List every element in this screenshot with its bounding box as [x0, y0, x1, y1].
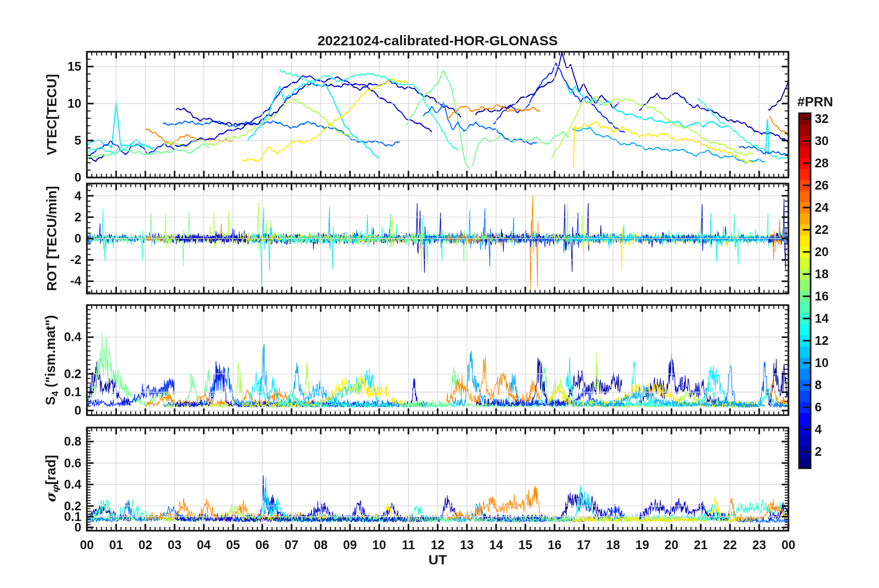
colorbar-tick-label: 28: [815, 156, 852, 171]
colorbar-tick-label: 10: [815, 355, 852, 370]
y-tick-label: 2: [0, 210, 81, 225]
colorbar-tick-label: 2: [815, 444, 852, 459]
x-axis-label: UT: [87, 552, 788, 568]
colorbar-tick-label: 18: [815, 267, 852, 282]
colorbar-tick-label: 16: [815, 289, 852, 304]
y-tick-label: 0.6: [0, 456, 81, 471]
colorbar-tick-label: 22: [815, 222, 852, 237]
y-tick-label: 0: [0, 170, 81, 185]
y-tick-label: 0.4: [0, 330, 81, 344]
y-tick-label: 0: [0, 403, 81, 418]
colorbar-tick-label: 30: [815, 134, 852, 148]
y-tick-label: 0.8: [0, 434, 81, 449]
y-tick-label: -4: [0, 274, 81, 288]
x-tick-label: 00: [769, 538, 808, 552]
y-tick-label: 0.2: [0, 367, 81, 381]
colorbar-tick-label: 24: [815, 200, 852, 215]
y-tick-label: 0: [0, 231, 81, 246]
y-tick-label: 5: [0, 133, 81, 148]
colorbar-tick-label: 8: [815, 378, 852, 392]
y-tick-label: 15: [0, 59, 81, 74]
colorbar-tick-label: 4: [815, 422, 852, 437]
colorbar-title: #PRN: [783, 94, 848, 110]
y-tick-label: -2: [0, 252, 81, 267]
colorbar-tick-label: 14: [815, 311, 852, 326]
y-tick-label: 0.4: [0, 477, 81, 492]
y-tick-label: 0.1: [0, 385, 81, 399]
y-tick-label: 4: [0, 189, 81, 203]
y-tick-label: 0.2: [0, 499, 81, 514]
colorbar-tick-label: 12: [815, 333, 852, 348]
figure: 20221024-calibrated-HOR-GLONASS UT VTEC[…: [0, 0, 879, 588]
colorbar-tick-label: 26: [815, 178, 852, 193]
colorbar-tick-label: 20: [815, 245, 852, 259]
chart-title: 20221024-calibrated-HOR-GLONASS: [87, 33, 788, 49]
colorbar-tick-label: 32: [815, 111, 852, 126]
y-tick-label: 10: [0, 96, 81, 111]
colorbar-tick-label: 6: [815, 400, 852, 415]
plot-canvas: [0, 0, 879, 588]
